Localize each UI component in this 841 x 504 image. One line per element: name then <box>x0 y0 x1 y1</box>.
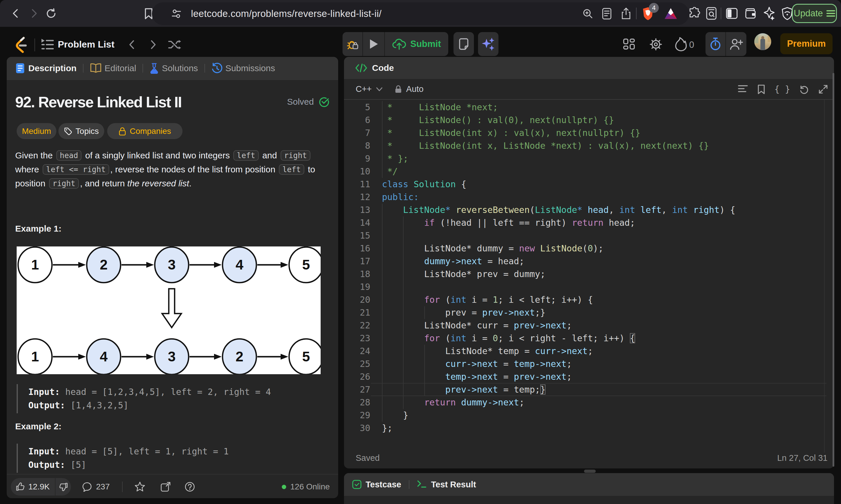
tab-test-result[interactable]: Test Result <box>431 480 476 489</box>
submissions-icon <box>211 63 223 74</box>
vote-group: 12.9K <box>11 478 71 496</box>
shuffle-icon[interactable] <box>168 39 181 50</box>
editor-gutter-border <box>824 100 825 453</box>
example1-diagram: 1234514325 <box>17 247 321 374</box>
url-divider <box>636 7 637 19</box>
premium-label: Premium <box>787 38 826 49</box>
example1-input: head = [1,2,3,4,5], left = 2, right = 4 <box>65 387 271 397</box>
avatar[interactable] <box>754 33 771 50</box>
share-problem-icon[interactable] <box>160 482 171 492</box>
nav-divider <box>34 38 35 51</box>
tab-editorial[interactable]: Editorial <box>105 63 136 73</box>
svg-text:1: 1 <box>31 349 39 364</box>
panel-drag-handle[interactable] <box>584 470 596 473</box>
testcase-icon <box>352 480 361 489</box>
settings-gear-icon[interactable] <box>649 37 663 51</box>
problem-list-icon[interactable] <box>41 38 54 51</box>
forward-icon[interactable] <box>29 8 39 19</box>
back-icon[interactable] <box>11 8 21 19</box>
svg-text:5: 5 <box>302 257 310 272</box>
code-panel-title: Code <box>372 63 394 73</box>
help-icon[interactable] <box>185 482 195 492</box>
sidebar-icon[interactable] <box>725 7 738 20</box>
sparkles-icon <box>482 37 495 51</box>
problem-footer: 12.9K 237 126 Online <box>7 474 338 498</box>
cursor-position[interactable]: Ln 27, Col 31 <box>777 453 827 463</box>
note-icon <box>458 38 469 50</box>
code-editor[interactable]: 5 * ListNode *next;6 * ListNode() : val(… <box>344 100 834 447</box>
star-icon[interactable] <box>135 482 145 492</box>
thumbs-down-icon <box>59 482 68 491</box>
leo-ai-icon[interactable] <box>763 6 776 20</box>
svg-text:4: 4 <box>100 349 108 364</box>
dislike-button[interactable] <box>55 478 71 496</box>
timer-button[interactable] <box>705 32 726 56</box>
example1-io: Input: head = [1,2,3,4,5], left = 2, rig… <box>17 384 271 413</box>
note-button[interactable] <box>453 32 474 56</box>
tab-submissions[interactable]: Submissions <box>225 63 275 73</box>
bookmark-code-icon[interactable] <box>757 84 766 94</box>
thumbs-up-icon <box>16 482 25 491</box>
premium-button[interactable]: Premium <box>780 33 833 54</box>
zoom-page-icon[interactable] <box>582 7 594 20</box>
reset-icon[interactable] <box>799 84 809 94</box>
share-icon[interactable] <box>620 7 632 20</box>
comment-icon <box>82 482 92 492</box>
fullscreen-icon[interactable] <box>818 84 828 94</box>
online-status: 126 Online <box>282 478 330 496</box>
difficulty-badge[interactable]: Medium <box>17 123 56 139</box>
braces-icon[interactable]: { } <box>774 84 790 94</box>
next-problem-icon[interactable] <box>148 39 158 50</box>
brave-badge: 4 <box>649 3 659 13</box>
submit-button[interactable]: Submit <box>385 32 448 56</box>
example2-io: Input: head = [5], left = 1, right = 1Ou… <box>17 444 229 473</box>
comments-button[interactable]: 237 <box>82 478 110 496</box>
tab-solutions[interactable]: Solutions <box>162 63 198 73</box>
svg-text:2: 2 <box>236 349 243 364</box>
submit-label: Submit <box>410 39 441 49</box>
prev-problem-icon[interactable] <box>127 39 137 50</box>
collaborate-button[interactable] <box>726 32 746 56</box>
svg-text:1: 1 <box>31 257 39 272</box>
format-icon[interactable] <box>738 85 748 94</box>
toolbar-divider <box>721 7 721 19</box>
site-settings-icon[interactable] <box>170 7 183 20</box>
svg-text:2: 2 <box>100 257 108 272</box>
like-button[interactable]: 12.9K <box>11 478 55 496</box>
page-scrollbar[interactable] <box>833 73 834 467</box>
autocomplete-label[interactable]: Auto <box>406 84 424 94</box>
debug-button[interactable] <box>343 32 363 56</box>
tab-description[interactable]: Description <box>28 63 76 73</box>
svg-text:3: 3 <box>168 349 176 364</box>
doc-search-icon[interactable] <box>705 7 718 20</box>
online-dot <box>282 485 286 489</box>
solutions-icon <box>150 63 159 74</box>
svg-text:3: 3 <box>168 257 176 272</box>
leetcode-logo[interactable] <box>14 35 28 54</box>
svg-text:4: 4 <box>236 257 243 272</box>
wallet-icon[interactable] <box>744 7 757 20</box>
update-button[interactable]: Update <box>792 4 837 23</box>
reload-icon[interactable] <box>45 7 57 19</box>
example2-output: [5] <box>71 460 86 470</box>
extensions-icon[interactable] <box>688 7 701 20</box>
tab-testcase[interactable]: Testcase <box>366 480 401 489</box>
bat-icon[interactable] <box>664 7 677 20</box>
solved-label: Solved <box>287 97 314 107</box>
submit-cloud-icon <box>392 38 406 50</box>
layout-icon[interactable] <box>622 37 636 51</box>
companies-badge[interactable]: Companies <box>107 123 183 139</box>
problem-list-label[interactable]: Problem List <box>58 39 115 50</box>
solved-check-icon <box>319 96 329 107</box>
description-icon <box>16 63 25 74</box>
ai-button[interactable] <box>478 32 498 56</box>
run-button[interactable] <box>363 32 385 56</box>
url-text[interactable]: leetcode.com/problems/reverse-linked-lis… <box>191 8 382 19</box>
streak-flame-icon[interactable] <box>675 37 687 51</box>
auto-lock-icon <box>395 85 402 94</box>
problem-panel: Description Editorial Solutions Submissi… <box>7 57 338 498</box>
topics-badge[interactable]: Topics <box>58 123 104 139</box>
run-icon <box>369 38 379 50</box>
language-selector[interactable]: C++ <box>356 84 372 94</box>
reader-mode-icon[interactable] <box>601 7 613 20</box>
